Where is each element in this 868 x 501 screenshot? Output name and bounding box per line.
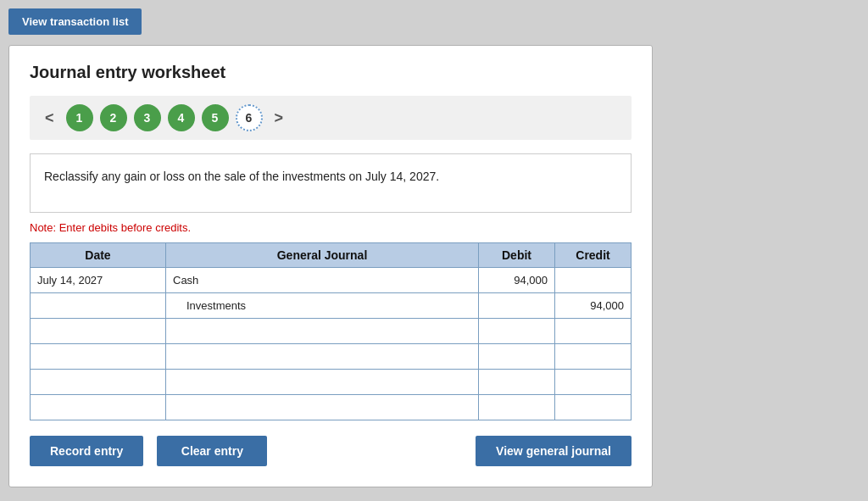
cell-journal: Investments bbox=[166, 293, 479, 319]
cell-journal bbox=[166, 395, 479, 420]
record-entry-button[interactable]: Record entry bbox=[30, 436, 143, 466]
cell-journal bbox=[166, 319, 479, 344]
table-row bbox=[31, 319, 632, 344]
top-bar: View transaction list bbox=[8, 8, 142, 35]
cell-debit: 94,000 bbox=[479, 268, 555, 293]
journal-table: Date General Journal Debit Credit July 1… bbox=[30, 242, 632, 420]
cell-journal bbox=[166, 344, 479, 370]
note-text: Note: Enter debits before credits. bbox=[30, 221, 632, 234]
cell-date bbox=[31, 319, 166, 344]
cell-debit bbox=[479, 344, 555, 370]
next-arrow[interactable]: > bbox=[270, 108, 289, 129]
step-4[interactable]: 4 bbox=[168, 104, 195, 131]
cell-credit bbox=[555, 319, 632, 344]
cell-debit bbox=[479, 319, 555, 344]
button-row: Record entry Clear entry View general jo… bbox=[30, 436, 632, 466]
table-row: Investments94,000 bbox=[31, 293, 632, 319]
step-5[interactable]: 5 bbox=[202, 104, 229, 131]
step-3[interactable]: 3 bbox=[134, 104, 161, 131]
step-6[interactable]: 6 bbox=[236, 104, 263, 131]
cell-date bbox=[31, 395, 166, 420]
step-navigation: < 1 2 3 4 5 6 > bbox=[30, 96, 632, 140]
prev-arrow[interactable]: < bbox=[40, 108, 59, 129]
clear-entry-button[interactable]: Clear entry bbox=[157, 436, 267, 466]
cell-journal bbox=[166, 370, 479, 395]
step-2[interactable]: 2 bbox=[100, 104, 127, 131]
cell-date: July 14, 2027 bbox=[31, 268, 166, 293]
col-debit: Debit bbox=[479, 243, 555, 268]
cell-debit bbox=[479, 293, 555, 319]
cell-credit bbox=[555, 395, 632, 420]
cell-debit bbox=[479, 395, 555, 420]
col-date: Date bbox=[31, 243, 166, 268]
step-1[interactable]: 1 bbox=[66, 104, 93, 131]
cell-credit: 94,000 bbox=[555, 293, 632, 319]
view-general-journal-button[interactable]: View general journal bbox=[476, 436, 632, 466]
table-row bbox=[31, 395, 632, 420]
worksheet-container: Journal entry worksheet < 1 2 3 4 5 6 > … bbox=[8, 45, 653, 487]
cell-date bbox=[31, 344, 166, 370]
view-transaction-button[interactable]: View transaction list bbox=[8, 8, 142, 35]
worksheet-title: Journal entry worksheet bbox=[30, 63, 632, 82]
table-row: July 14, 2027Cash94,000 bbox=[31, 268, 632, 293]
cell-journal: Cash bbox=[166, 268, 479, 293]
table-row bbox=[31, 370, 632, 395]
col-credit: Credit bbox=[555, 243, 632, 268]
cell-date bbox=[31, 293, 166, 319]
cell-date bbox=[31, 370, 166, 395]
description-box: Reclassify any gain or loss on the sale … bbox=[30, 153, 632, 213]
cell-credit bbox=[555, 344, 632, 370]
col-journal: General Journal bbox=[166, 243, 479, 268]
table-row bbox=[31, 344, 632, 370]
cell-credit bbox=[555, 268, 632, 293]
cell-debit bbox=[479, 370, 555, 395]
cell-credit bbox=[555, 370, 632, 395]
